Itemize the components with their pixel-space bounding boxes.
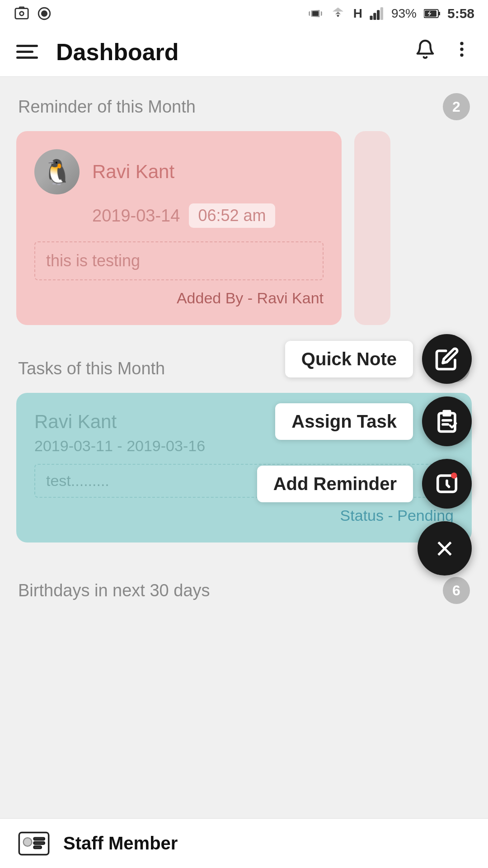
assign-task-fab-row[interactable]: Assign Task [275, 396, 472, 446]
signal-bars-icon [370, 7, 384, 20]
quick-note-fab-button[interactable] [422, 334, 472, 384]
main-content: Reminder of this Month 2 🐧 Ravi Kant 201… [0, 77, 488, 660]
network-h-icon: H [353, 6, 362, 21]
reminder-note-box: this is testing [34, 241, 324, 280]
status-bar: H 93% 5:58 [0, 0, 488, 27]
fab-close-button[interactable]: × [418, 521, 472, 576]
svg-rect-4 [312, 11, 318, 16]
svg-rect-21 [34, 842, 44, 844]
reminder-section-header: Reminder of this Month 2 [0, 77, 488, 131]
task-card-note: test......... [46, 472, 109, 489]
reminder-added-by: Added By - Ravi Kant [34, 289, 324, 307]
add-reminder-fab-row[interactable]: Add Reminder [257, 459, 472, 509]
assign-task-fab-button[interactable] [422, 396, 472, 446]
svg-point-3 [42, 11, 47, 16]
svg-rect-20 [34, 838, 44, 840]
reminder-cards-scroll[interactable]: 🐧 Ravi Kant 2019-03-14 06:52 am this is … [0, 131, 488, 339]
reminder-card-partial [354, 131, 390, 325]
tasks-section-title: Tasks of this Month [18, 359, 165, 378]
svg-rect-6 [373, 13, 376, 20]
svg-rect-0 [15, 9, 28, 19]
svg-rect-5 [370, 16, 372, 20]
reminder-section-title: Reminder of this Month [18, 97, 196, 117]
battery-text: 93% [391, 6, 417, 21]
svg-point-14 [460, 53, 463, 57]
staff-member-icon [18, 828, 50, 859]
add-reminder-fab-button[interactable] [422, 459, 472, 509]
reminder-card: 🐧 Ravi Kant 2019-03-14 06:52 am this is … [16, 131, 342, 325]
birthdays-section-title: Birthdays in next 30 days [18, 581, 210, 600]
menu-button[interactable] [16, 45, 38, 59]
svg-point-12 [460, 42, 463, 45]
close-icon: × [436, 533, 454, 564]
battery-icon [424, 9, 440, 19]
svg-rect-11 [439, 12, 440, 15]
status-bar-left [14, 5, 52, 22]
app-bar: Dashboard [0, 27, 488, 77]
quick-note-fab-row[interactable]: Quick Note [285, 334, 472, 384]
reminder-time: 06:52 am [189, 203, 275, 228]
svg-point-17 [451, 472, 457, 479]
bottom-nav: Staff Member [0, 818, 488, 868]
fab-speed-dial: Quick Note Assign Task [257, 334, 472, 576]
svg-rect-8 [380, 7, 383, 20]
photo-icon [14, 5, 30, 22]
reminder-date: 2019-03-14 [92, 206, 180, 226]
reminder-meta-row: 2019-03-14 06:52 am [92, 203, 324, 228]
assign-task-label[interactable]: Assign Task [275, 403, 413, 440]
svg-rect-7 [377, 10, 380, 20]
id-card-icon [18, 828, 50, 859]
svg-point-1 [20, 12, 24, 16]
add-reminder-label[interactable]: Add Reminder [257, 466, 413, 502]
vibrate-icon [308, 6, 323, 21]
status-time: 5:58 [447, 6, 474, 21]
status-bar-right: H 93% 5:58 [308, 6, 474, 21]
page-title: Dashboard [56, 38, 415, 66]
reminder-avatar: 🐧 [34, 149, 80, 194]
reminder-badge: 2 [443, 93, 470, 120]
svg-point-19 [23, 838, 32, 846]
notification-bell-button[interactable] [415, 39, 436, 65]
wifi-icon [330, 7, 346, 20]
more-options-button[interactable] [452, 39, 472, 64]
reminder-note-text: this is testing [46, 251, 140, 270]
tasks-area: Ravi Kant 2019-03-11 - 2019-03-16 test..… [0, 393, 488, 556]
quick-note-label[interactable]: Quick Note [285, 341, 413, 377]
circle-icon [36, 5, 52, 22]
staff-member-label[interactable]: Staff Member [63, 833, 178, 854]
reminder-user-name: Ravi Kant [92, 161, 174, 183]
app-bar-icons [415, 39, 472, 65]
reminder-added-by-name: Ravi Kant [257, 289, 324, 307]
svg-point-13 [460, 47, 463, 51]
reminder-card-user-row: 🐧 Ravi Kant [34, 149, 324, 194]
birthdays-badge: 6 [443, 577, 470, 604]
svg-rect-22 [34, 846, 41, 848]
